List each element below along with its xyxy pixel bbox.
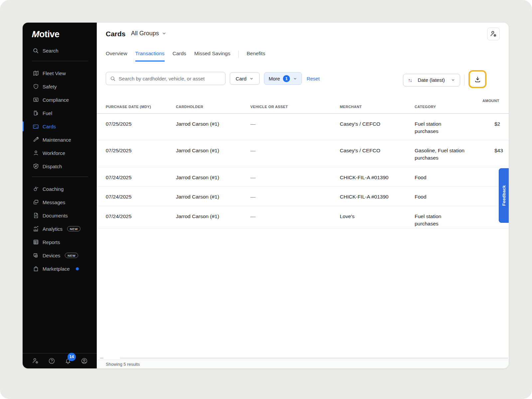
- tab-divider: [238, 51, 239, 58]
- sidebar-item-messages[interactable]: Messages: [23, 196, 97, 209]
- sidebar-spacer: [23, 275, 97, 353]
- column-header-category: CATEGORY: [415, 105, 436, 109]
- cell-category: Food: [415, 193, 465, 200]
- sidebar-footer: 14: [23, 353, 97, 368]
- sidebar-item-maintenance[interactable]: Maintenance: [23, 133, 97, 146]
- search-input[interactable]: [119, 76, 221, 81]
- group-selector-value: All Groups: [131, 30, 159, 37]
- sidebar-item-documents[interactable]: Documents: [23, 209, 97, 222]
- column-header-amount: AMOUNT: [482, 99, 499, 103]
- fuel-pump-icon: [33, 110, 39, 116]
- cell-category: Fuel station purchases: [415, 120, 465, 135]
- cell-vehicle: —: [250, 147, 256, 154]
- search-icon: [110, 76, 116, 81]
- sidebar-item-label: Fuel: [43, 110, 52, 116]
- cell-purchase-date: 07/24/2025: [106, 213, 132, 220]
- group-selector-dropdown[interactable]: All Groups: [131, 30, 167, 37]
- results-count-text: Showing 5 results: [106, 362, 140, 367]
- page-title: Cards: [106, 30, 126, 38]
- help-icon[interactable]: [48, 357, 56, 365]
- monitor-icon: [33, 97, 39, 103]
- sidebar-item-compliance[interactable]: Compliance: [23, 93, 97, 106]
- feedback-tab[interactable]: Feedback: [499, 168, 509, 223]
- transaction-search-box: [106, 72, 225, 85]
- chat-icon: [33, 199, 39, 205]
- cell-amount: $2: [494, 120, 500, 128]
- cell-merchant: CHICK-FIL-A #01390: [340, 193, 388, 200]
- export-download-button[interactable]: [470, 72, 485, 86]
- cell-category: Fuel station purchases: [415, 213, 465, 227]
- sidebar-divider: [32, 177, 88, 177]
- tab-overview[interactable]: Overview: [106, 51, 127, 62]
- page-header: Cards All Groups: [97, 23, 509, 44]
- sidebar-item-label: Maintenance: [43, 137, 71, 143]
- search-icon: [33, 48, 39, 54]
- chevron-down-icon: [293, 76, 297, 81]
- table-row[interactable]: 07/25/2025 Jarrod Carson (#1) — Casey's …: [97, 140, 509, 167]
- tab-benefits[interactable]: Benefits: [247, 51, 265, 62]
- horizontal-scrollbar-track[interactable]: [120, 358, 508, 358]
- sidebar-item-fleet-view[interactable]: Fleet View: [23, 66, 97, 80]
- admin-user-settings-icon[interactable]: [31, 357, 39, 365]
- tab-missed-savings[interactable]: Missed Savings: [194, 51, 230, 62]
- sidebar-item-reports[interactable]: Reports: [23, 235, 97, 249]
- card-filter-label: Card: [236, 76, 247, 81]
- sidebar-item-dispatch[interactable]: Dispatch: [23, 160, 97, 173]
- cell-merchant: Casey's / CEFCO: [340, 120, 380, 128]
- new-badge: NEW: [67, 226, 80, 231]
- sidebar-search[interactable]: Search: [23, 44, 97, 57]
- cell-cardholder: Jarrod Carson (#1): [176, 193, 219, 200]
- report-icon: [33, 239, 39, 245]
- new-badge: NEW: [65, 253, 78, 258]
- sidebar-item-devices[interactable]: Devices NEW: [23, 249, 97, 262]
- sidebar-item-label: Fleet View: [43, 70, 66, 76]
- sidebar-nav-secondary: Coaching Messages Documents Analytics NE…: [23, 182, 97, 275]
- cell-purchase-date: 07/25/2025: [106, 147, 132, 154]
- cell-vehicle: —: [250, 213, 256, 220]
- table-row[interactable]: 07/24/2025 Jarrod Carson (#1) — CHICK-FI…: [97, 167, 509, 187]
- sidebar-item-label: Analytics: [43, 226, 63, 232]
- sidebar-item-coaching[interactable]: Coaching: [23, 182, 97, 196]
- motive-logo: Motive: [32, 29, 97, 40]
- cell-cardholder: Jarrod Carson (#1): [176, 174, 219, 181]
- feedback-tab-label: Feedback: [501, 185, 506, 206]
- sidebar-item-marketplace[interactable]: Marketplace: [23, 262, 97, 275]
- tab-transactions[interactable]: Transactions: [135, 51, 165, 62]
- table-row[interactable]: 07/25/2025 Jarrod Carson (#1) — Casey's …: [97, 114, 509, 140]
- sidebar-nav: Fleet View Safety Compliance Fuel Cards: [23, 66, 97, 173]
- filter-bar-right: ↑↓ Date (latest): [403, 70, 486, 88]
- sidebar-item-label: Dispatch: [43, 164, 62, 169]
- more-filters-dropdown[interactable]: More 1: [264, 72, 302, 85]
- cell-merchant: CHICK-FIL-A #01390: [340, 174, 388, 181]
- card-admin-settings-button[interactable]: [487, 28, 500, 40]
- sidebar-item-label: Safety: [43, 84, 57, 89]
- sidebar-item-analytics[interactable]: Analytics NEW: [23, 222, 97, 235]
- sidebar-item-cards[interactable]: Cards: [23, 120, 97, 133]
- table-row[interactable]: 07/24/2025 Jarrod Carson (#1) — CHICK-FI…: [97, 187, 509, 206]
- sidebar-item-label: Workforce: [43, 150, 65, 156]
- sidebar-search-label: Search: [43, 48, 59, 54]
- sidebar-item-workforce[interactable]: Workforce: [23, 146, 97, 160]
- compass-icon: [33, 163, 39, 170]
- table-row[interactable]: 07/24/2025 Jarrod Carson (#1) — Love's F…: [97, 206, 509, 228]
- reset-filters-link[interactable]: Reset: [307, 76, 320, 81]
- card-filter-dropdown[interactable]: Card: [230, 72, 260, 85]
- sidebar-item-fuel[interactable]: Fuel: [23, 106, 97, 120]
- notifications-bell-icon[interactable]: 14: [64, 357, 72, 365]
- sidebar-item-label: Coaching: [43, 186, 64, 192]
- column-header-vehicle: VEHICLE OR ASSET: [250, 105, 288, 109]
- tab-cards[interactable]: Cards: [173, 51, 186, 62]
- vertical-divider: [464, 75, 465, 85]
- sort-dropdown[interactable]: ↑↓ Date (latest): [403, 74, 460, 86]
- sidebar-item-safety[interactable]: Safety: [23, 80, 97, 93]
- horizontal-scrollbar-thumb[interactable]: [100, 358, 103, 358]
- cell-purchase-date: 07/24/2025: [106, 193, 132, 200]
- results-footer: Showing 5 results: [97, 360, 509, 368]
- cell-cardholder: Jarrod Carson (#1): [176, 213, 219, 220]
- profile-avatar-icon[interactable]: [80, 357, 88, 365]
- cell-purchase-date: 07/24/2025: [106, 174, 132, 181]
- page-background: Motive Search Fleet View Safety: [0, 0, 532, 399]
- document-icon: [33, 212, 39, 219]
- cell-category: Gasoline, Fuel station purchases: [415, 147, 465, 162]
- sort-arrows-icon: ↑↓: [408, 77, 412, 83]
